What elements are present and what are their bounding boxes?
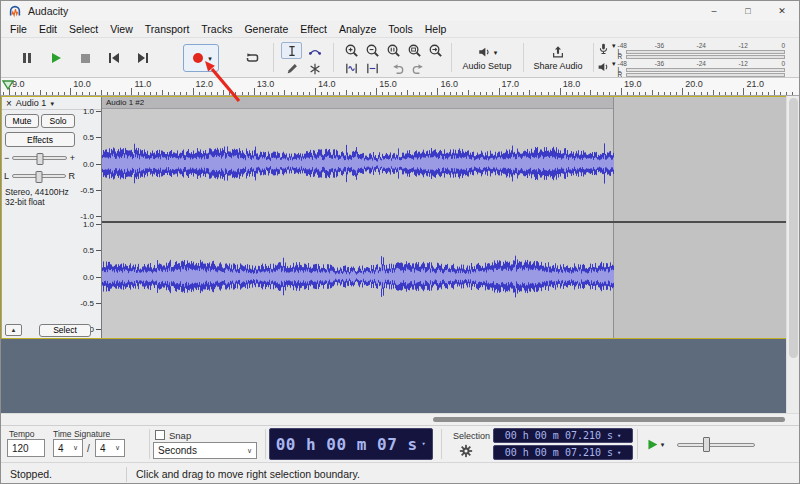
meter-scale-label: -48 — [618, 42, 627, 49]
waveform-channel-right[interactable] — [102, 224, 614, 329]
menu-help[interactable]: Help — [419, 22, 453, 36]
playhead-pin-icon[interactable] — [2, 80, 14, 90]
multi-tool-button[interactable] — [304, 60, 325, 77]
menu-edit[interactable]: Edit — [33, 22, 63, 36]
collapse-track-button[interactable]: ▲ — [5, 324, 22, 336]
tempo-input[interactable]: 120 — [7, 439, 45, 457]
vertical-scale-label: 0.5 — [83, 246, 94, 255]
horizontal-scrollbar[interactable] — [1, 413, 799, 425]
recording-meter-scale: -48-36-24-120 — [618, 42, 785, 49]
loop-button[interactable] — [237, 44, 267, 72]
play-button[interactable] — [42, 44, 70, 72]
select-track-button[interactable]: Select — [39, 324, 91, 337]
pan-slider-thumb[interactable] — [35, 171, 42, 183]
envelope-tool-button[interactable] — [304, 42, 325, 59]
zoom-toggle-button[interactable] — [425, 42, 445, 59]
track-name[interactable]: Audio 1 — [16, 98, 47, 108]
selection-settings-gear-icon[interactable] — [459, 444, 473, 458]
menu-effect[interactable]: Effect — [294, 22, 333, 36]
toolbar-separator — [333, 43, 334, 72]
waveform-area[interactable]: Audio 1 #2 — [102, 97, 786, 338]
timeline-label: 12.0 — [196, 79, 214, 89]
menu-file[interactable]: File — [4, 22, 33, 36]
track-menu-icon[interactable]: ▾ — [50, 100, 54, 107]
stop-button[interactable] — [71, 44, 99, 72]
menu-analyze[interactable]: Analyze — [333, 22, 382, 36]
meter-scale-label: -12 — [738, 60, 747, 67]
meter-scale-label: -12 — [738, 42, 747, 49]
selection-tool-button[interactable] — [281, 42, 302, 59]
snap-mode-select[interactable]: Seconds∨ — [153, 442, 257, 459]
timeline-label: 19.0 — [624, 79, 642, 89]
play-at-speed-dropdown-icon[interactable]: ▾ — [661, 441, 665, 448]
vertical-scale-ruler[interactable]: 1.00.50.0-0.5-1.01.00.50.0-0.5-1.0 — [76, 97, 102, 338]
timeline-ruler[interactable]: 9.010.011.012.013.014.015.016.017.018.01… — [1, 78, 799, 96]
time-signature-upper-select[interactable]: 4∨ — [53, 439, 83, 457]
horizontal-scrollbar-thumb[interactable] — [433, 417, 785, 422]
gain-slider-row: − + — [4, 151, 75, 165]
menu-transport[interactable]: Transport — [139, 22, 196, 36]
gain-slider-thumb[interactable] — [36, 153, 43, 165]
toolbar-separator — [265, 429, 266, 459]
menu-select[interactable]: Select — [63, 22, 104, 36]
snap-checkbox[interactable] — [155, 430, 165, 440]
menu-view[interactable]: View — [104, 22, 139, 36]
time-signature-slash: / — [87, 443, 90, 454]
playback-meter[interactable]: ▾ -48-36-24-120 L R — [597, 60, 785, 76]
clip-header[interactable]: Audio 1 #2 — [102, 97, 613, 109]
playback-speed-slider-thumb[interactable] — [703, 437, 710, 452]
meter-scale-label: -24 — [697, 60, 706, 67]
skip-to-end-button[interactable] — [129, 44, 157, 72]
speaker-icon — [597, 60, 610, 74]
menu-tools[interactable]: Tools — [382, 22, 419, 36]
maximize-button[interactable]: □ — [731, 1, 765, 21]
skip-to-start-button[interactable] — [100, 44, 128, 72]
time-signature-lower-select[interactable]: 4∨ — [95, 439, 125, 457]
pan-slider[interactable] — [12, 174, 65, 178]
fit-selection-button[interactable] — [383, 42, 403, 59]
waveform-channel-left[interactable] — [102, 111, 614, 216]
zoom-in-button[interactable] — [341, 42, 361, 59]
meter-scale-label: -48 — [618, 60, 627, 67]
vertical-scrollbar[interactable] — [786, 96, 799, 413]
timeline-label: 15.0 — [379, 79, 397, 89]
close-button[interactable]: ✕ — [765, 1, 799, 21]
record-button[interactable]: ▾ — [183, 44, 219, 72]
toolbar-separator — [637, 429, 638, 459]
undo-button[interactable] — [387, 60, 407, 77]
draw-tool-button[interactable] — [281, 60, 302, 77]
minimize-button[interactable]: – — [697, 1, 731, 21]
selection-start-field[interactable]: 00 h 00 m 07.210 s▾ — [493, 428, 633, 443]
toolbar-separator — [441, 429, 442, 459]
vertical-scrollbar-thumb[interactable] — [789, 98, 798, 358]
vertical-scale-label: 1.0 — [83, 107, 94, 116]
audio-position-display[interactable]: 00 h 00 m 07 s▾ — [269, 428, 433, 460]
audio-position-dropdown-icon[interactable]: ▾ — [422, 440, 427, 448]
zoom-out-button[interactable] — [362, 42, 382, 59]
play-at-speed-button[interactable]: ▾ — [641, 433, 669, 455]
share-audio-button[interactable]: Share Audio — [527, 41, 589, 75]
audio-setup-dropdown-icon: ▾ — [494, 49, 498, 56]
playback-speed-slider[interactable] — [677, 443, 755, 447]
silence-audio-button[interactable] — [362, 60, 382, 77]
pan-right-label: R — [69, 171, 76, 181]
playback-meter-dropdown-icon: ▾ — [612, 60, 616, 67]
timeline-label: 20.0 — [685, 79, 703, 89]
fit-project-button[interactable] — [404, 42, 424, 59]
recording-meter[interactable]: ▾ -48-36-24-120 L R — [597, 42, 785, 58]
audio-setup-button[interactable]: ▾ Audio Setup — [455, 41, 519, 75]
gain-slider[interactable] — [12, 156, 66, 160]
pause-button[interactable] — [13, 44, 41, 72]
menu-tracks[interactable]: Tracks — [195, 22, 238, 36]
audio-clip[interactable]: Audio 1 #2 — [102, 97, 614, 338]
redo-button[interactable] — [408, 60, 428, 77]
solo-button[interactable]: Solo — [41, 114, 75, 128]
selection-end-field[interactable]: 00 h 00 m 07.210 s▾ — [493, 445, 633, 460]
effects-button[interactable]: Effects — [5, 132, 75, 147]
trim-audio-button[interactable] — [341, 60, 361, 77]
transport-state: Stopped. — [1, 467, 127, 482]
menu-generate[interactable]: Generate — [238, 22, 294, 36]
track-close-icon[interactable]: × — [6, 98, 12, 109]
mute-button[interactable]: Mute — [5, 114, 39, 128]
record-dropdown-icon[interactable]: ▾ — [208, 55, 212, 62]
